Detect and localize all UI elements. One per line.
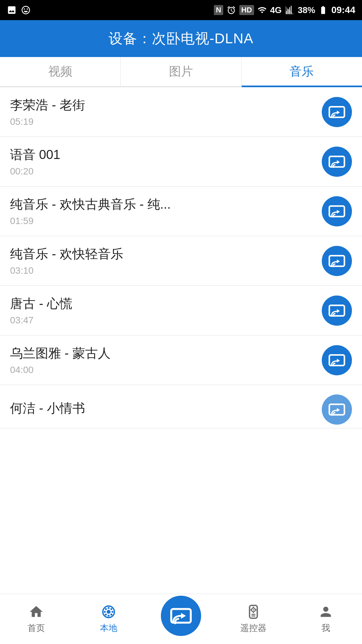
list-item[interactable]: 何洁 - 小情书: [0, 385, 362, 428]
svg-point-18: [104, 611, 106, 613]
nav-label-me: 我: [321, 622, 330, 634]
wifi-icon: [257, 5, 267, 15]
nav-label-home: 首页: [27, 622, 45, 634]
svg-point-25: [174, 621, 177, 624]
center-cast-button[interactable]: [161, 596, 201, 636]
image-icon: [7, 5, 17, 15]
hd-badge: HD: [239, 5, 254, 15]
svg-point-22: [110, 608, 112, 610]
song-title: 语音 001: [10, 146, 322, 163]
battery-percent: 38%: [298, 5, 315, 15]
svg-point-20: [105, 608, 107, 610]
list-item[interactable]: 语音 001 00:20: [0, 137, 362, 186]
status-right-info: N HD 4G 38% 09:44: [214, 5, 355, 15]
song-info: 乌兰图雅 - 蒙古人 04:00: [10, 345, 322, 375]
signal-label: 4G: [270, 5, 282, 15]
svg-point-16: [108, 607, 110, 609]
svg-point-9: [332, 315, 334, 317]
nav-item-me[interactable]: 我: [290, 604, 362, 634]
page-header: 设备：次卧电视-DLNA: [0, 20, 362, 57]
svg-point-17: [108, 615, 110, 617]
nav-item-home[interactable]: 首页: [0, 604, 72, 634]
cast-button[interactable]: [322, 97, 352, 127]
tab-photo[interactable]: 图片: [121, 57, 241, 86]
song-title: 李荣浩 - 老街: [10, 97, 322, 114]
nfc-badge: N: [214, 5, 223, 15]
svg-point-1: [332, 116, 334, 118]
cast-icon: [328, 400, 346, 419]
list-item[interactable]: 纯音乐 - 欢快轻音乐 03:10: [0, 236, 362, 286]
cast-button[interactable]: [322, 394, 352, 425]
song-info: 何洁 - 小情书: [10, 400, 322, 420]
song-info: 语音 001 00:20: [10, 146, 322, 177]
center-cast-icon: [169, 604, 193, 628]
cast-icon: [328, 351, 346, 369]
svg-point-28: [253, 609, 254, 610]
cast-button[interactable]: [322, 246, 352, 276]
home-icon: [28, 604, 44, 620]
film-icon: [101, 604, 116, 620]
svg-point-13: [332, 414, 334, 416]
svg-point-21: [110, 613, 112, 615]
song-title: 纯音乐 - 欢快古典音乐 - 纯...: [10, 196, 322, 213]
person-icon: [318, 604, 334, 620]
cast-icon: [328, 202, 346, 220]
song-list: 李荣浩 - 老街 05:19 语音 001 00:20: [0, 87, 362, 428]
svg-point-23: [105, 613, 107, 615]
smiley-icon: [21, 5, 31, 15]
song-duration: 01:59: [10, 216, 322, 226]
nav-item-local[interactable]: 本地: [72, 604, 145, 634]
list-item[interactable]: 纯音乐 - 欢快古典音乐 - 纯... 01:59: [0, 186, 362, 236]
status-bar: N HD 4G 38% 09:44: [0, 0, 362, 20]
list-item[interactable]: 乌兰图雅 - 蒙古人 04:00: [0, 335, 362, 385]
cast-icon: [328, 153, 346, 171]
song-info: 纯音乐 - 欢快轻音乐 03:10: [10, 246, 322, 276]
svg-point-5: [332, 216, 334, 217]
tab-music[interactable]: 音乐: [242, 57, 362, 86]
signal-bars-icon: [285, 5, 294, 15]
cast-button[interactable]: [322, 147, 352, 177]
svg-point-11: [332, 365, 334, 366]
cast-icon: [328, 302, 346, 320]
status-left-icons: [7, 5, 31, 15]
nav-label-local: 本地: [100, 622, 117, 634]
device-title: 设备：次卧电视-DLNA: [109, 29, 253, 48]
tab-video[interactable]: 视频: [0, 57, 121, 86]
cast-button[interactable]: [322, 296, 352, 326]
song-duration: 05:19: [10, 116, 322, 127]
song-title: 何洁 - 小情书: [10, 400, 322, 417]
song-info: 纯音乐 - 欢快古典音乐 - 纯... 01:59: [10, 196, 322, 226]
song-title: 唐古 - 心慌: [10, 295, 322, 312]
remote-icon: [246, 604, 261, 620]
nav-label-remote: 遥控器: [240, 622, 266, 634]
svg-point-3: [332, 166, 334, 168]
nav-item-remote[interactable]: 遥控器: [217, 604, 290, 634]
cast-button[interactable]: [322, 345, 352, 375]
time-display: 09:44: [331, 5, 355, 15]
svg-point-19: [112, 611, 114, 613]
alarm-icon: [227, 5, 236, 15]
song-info: 李荣浩 - 老街 05:19: [10, 97, 322, 127]
content-tabs: 视频 图片 音乐: [0, 57, 362, 87]
song-duration: 03:47: [10, 315, 322, 326]
song-duration: 03:10: [10, 265, 322, 276]
song-title: 纯音乐 - 欢快轻音乐: [10, 246, 322, 263]
nav-item-cast[interactable]: [145, 596, 217, 643]
battery-icon: [318, 5, 328, 15]
cast-button[interactable]: [322, 196, 352, 226]
song-duration: 04:00: [10, 365, 322, 375]
svg-point-7: [332, 265, 334, 267]
svg-point-15: [107, 610, 111, 614]
song-duration: 00:20: [10, 166, 322, 177]
song-title: 乌兰图雅 - 蒙古人: [10, 345, 322, 362]
bottom-navigation: 首页 本地: [0, 594, 362, 644]
cast-icon: [328, 252, 346, 270]
list-item[interactable]: 唐古 - 心慌 03:47: [0, 286, 362, 335]
cast-icon: [328, 103, 346, 121]
song-info: 唐古 - 心慌 03:47: [10, 295, 322, 326]
list-item[interactable]: 李荣浩 - 老街 05:19: [0, 87, 362, 137]
